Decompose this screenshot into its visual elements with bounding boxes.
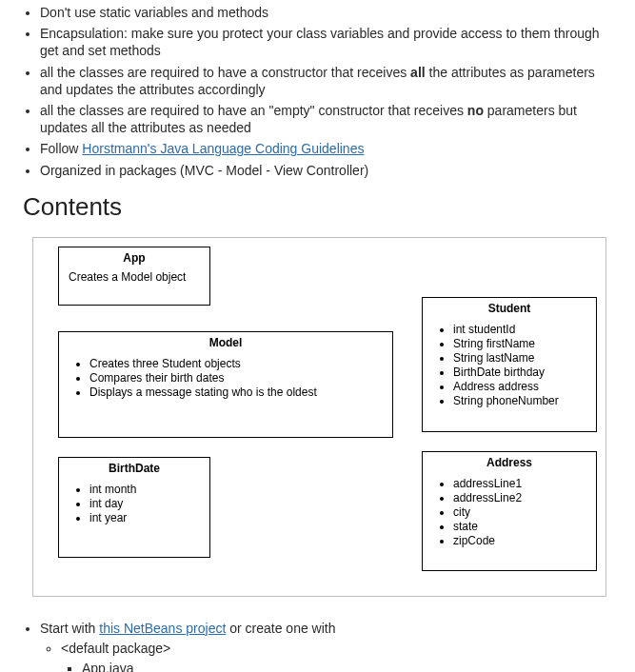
req-text: all the classes are required to have a c… — [40, 65, 410, 80]
box-line: Address address — [453, 380, 586, 393]
box-title: App — [59, 247, 209, 268]
box-line: String phoneNumber — [453, 394, 586, 407]
package-default: <default package> App.java — [61, 640, 612, 672]
box-line: int day — [89, 497, 200, 510]
box-birthdate: BirthDate int month int day int year — [58, 457, 210, 558]
box-title: BirthDate — [59, 458, 209, 479]
file-item: App.java — [82, 660, 612, 672]
box-student: Student int studentId String firstName S… — [422, 297, 597, 432]
box-line: city — [453, 505, 586, 519]
box-line: addressLine2 — [453, 491, 586, 504]
box-body: int month int day int year — [59, 479, 209, 533]
box-title: Model — [59, 332, 392, 353]
requirements-list: Don't use static variables and methods E… — [23, 4, 612, 179]
netbeans-link[interactable]: this NetBeans project — [99, 621, 226, 636]
package-name: <default package> — [61, 641, 170, 656]
req-item: all the classes are required to have an … — [40, 102, 612, 136]
box-body: Creates three Student objects Compares t… — [59, 353, 392, 407]
box-line: int studentId — [453, 323, 586, 336]
req-item: Follow Horstmann's Java Language Coding … — [40, 140, 612, 157]
req-item: Don't use static variables and methods — [40, 4, 612, 21]
intro-text: Start with — [40, 621, 99, 636]
box-line: String firstName — [453, 337, 586, 350]
box-line: Creates a Model object — [69, 270, 186, 284]
box-line: BirthDate birthday — [453, 366, 586, 379]
box-body: int studentId String firstName String la… — [423, 319, 596, 416]
contents-heading: Contents — [23, 192, 612, 222]
box-title: Address — [423, 452, 596, 473]
box-line: addressLine1 — [453, 477, 586, 490]
box-line: Creates three Student objects — [89, 357, 383, 370]
box-line: Displays a message stating who is the ol… — [89, 385, 383, 399]
guidelines-link[interactable]: Horstmann's Java Language Coding Guideli… — [82, 141, 364, 156]
box-address: Address addressLine1 addressLine2 city s… — [422, 451, 597, 571]
page-root: Don't use static variables and methods E… — [0, 4, 635, 672]
uml-diagram: App Creates a Model object Model Creates… — [32, 237, 606, 597]
box-line: int month — [89, 483, 200, 496]
req-text: Encapsulation: make sure you protect you… — [40, 26, 600, 58]
box-line: String lastName — [453, 351, 586, 365]
box-line: Compares their birth dates — [89, 371, 383, 385]
box-app: App Creates a Model object — [58, 247, 210, 306]
box-model: Model Creates three Student objects Comp… — [58, 331, 393, 438]
req-item: all the classes are required to have a c… — [40, 64, 612, 98]
box-line: zipCode — [453, 534, 586, 547]
req-bold: all — [410, 65, 426, 80]
box-line: int year — [89, 511, 200, 524]
req-bold: no — [467, 103, 484, 118]
list-item: Start with this NetBeans project or crea… — [40, 620, 612, 672]
req-item: Encapsulation: make sure you protect you… — [40, 25, 612, 59]
box-body: Creates a Model object — [59, 268, 209, 291]
req-text: Organized in packages (MVC - Model - Vie… — [40, 163, 368, 178]
project-structure-list: Start with this NetBeans project or crea… — [23, 620, 612, 672]
box-line: state — [453, 520, 586, 533]
req-item: Organized in packages (MVC - Model - Vie… — [40, 162, 612, 179]
req-text: Follow — [40, 141, 82, 156]
req-text: Don't use static variables and methods — [40, 5, 268, 20]
box-title: Student — [423, 298, 596, 319]
req-text: all the classes are required to have an … — [40, 103, 467, 118]
box-body: addressLine1 addressLine2 city state zip… — [423, 473, 596, 556]
intro-text: or create one with — [226, 621, 335, 636]
